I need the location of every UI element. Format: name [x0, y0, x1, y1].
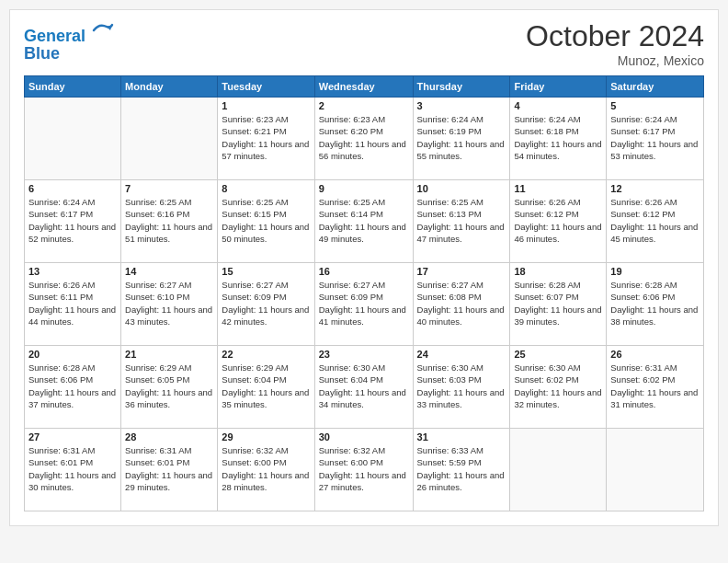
day-info: Sunrise: 6:24 AM Sunset: 6:17 PM Dayligh… — [28, 196, 117, 245]
day-info: Sunrise: 6:30 AM Sunset: 6:03 PM Dayligh… — [417, 362, 506, 410]
day-info: Sunrise: 6:25 AM Sunset: 6:13 PM Dayligh… — [417, 196, 506, 245]
logo-icon — [92, 19, 114, 41]
calendar-cell: 18Sunrise: 6:28 AM Sunset: 6:07 PM Dayli… — [510, 263, 607, 346]
day-number: 29 — [222, 431, 310, 442]
day-info: Sunrise: 6:25 AM Sunset: 6:16 PM Dayligh… — [125, 196, 213, 245]
calendar-cell — [121, 98, 218, 180]
calendar-cell: 16Sunrise: 6:27 AM Sunset: 6:09 PM Dayli… — [314, 263, 413, 346]
calendar-cell: 11Sunrise: 6:26 AM Sunset: 6:12 PM Dayli… — [510, 180, 607, 263]
calendar-cell: 20Sunrise: 6:28 AM Sunset: 6:06 PM Dayli… — [25, 346, 121, 429]
calendar-cell: 14Sunrise: 6:27 AM Sunset: 6:10 PM Dayli… — [121, 263, 218, 346]
calendar-cell: 25Sunrise: 6:30 AM Sunset: 6:02 PM Dayli… — [510, 346, 607, 429]
day-number: 25 — [514, 349, 602, 360]
day-number: 9 — [319, 183, 409, 194]
logo-text: General — [24, 19, 114, 46]
weekday-header-thursday: Thursday — [413, 76, 510, 98]
day-number: 23 — [319, 349, 409, 360]
day-number: 26 — [610, 349, 700, 360]
day-info: Sunrise: 6:32 AM Sunset: 6:00 PM Dayligh… — [319, 444, 409, 493]
calendar-cell: 26Sunrise: 6:31 AM Sunset: 6:02 PM Dayli… — [607, 346, 704, 429]
calendar-cell: 3Sunrise: 6:24 AM Sunset: 6:19 PM Daylig… — [413, 98, 510, 180]
calendar-cell: 5Sunrise: 6:24 AM Sunset: 6:17 PM Daylig… — [607, 98, 704, 180]
day-info: Sunrise: 6:26 AM Sunset: 6:11 PM Dayligh… — [28, 279, 117, 327]
day-info: Sunrise: 6:27 AM Sunset: 6:09 PM Dayligh… — [319, 279, 409, 327]
day-info: Sunrise: 6:28 AM Sunset: 6:06 PM Dayligh… — [28, 362, 117, 410]
day-info: Sunrise: 6:27 AM Sunset: 6:08 PM Dayligh… — [417, 279, 506, 327]
weekday-header-tuesday: Tuesday — [218, 76, 314, 98]
calendar-cell: 22Sunrise: 6:29 AM Sunset: 6:04 PM Dayli… — [218, 346, 314, 429]
day-info: Sunrise: 6:26 AM Sunset: 6:12 PM Dayligh… — [610, 196, 700, 245]
day-info: Sunrise: 6:31 AM Sunset: 6:01 PM Dayligh… — [28, 444, 117, 493]
day-number: 22 — [222, 349, 310, 360]
calendar-cell: 1Sunrise: 6:23 AM Sunset: 6:21 PM Daylig… — [218, 98, 314, 180]
day-info: Sunrise: 6:23 AM Sunset: 6:21 PM Dayligh… — [222, 113, 310, 162]
logo: General Blue — [24, 19, 114, 63]
calendar-cell — [510, 429, 607, 511]
calendar-cell: 24Sunrise: 6:30 AM Sunset: 6:03 PM Dayli… — [413, 346, 510, 429]
calendar-week-3: 13Sunrise: 6:26 AM Sunset: 6:11 PM Dayli… — [25, 263, 704, 346]
calendar-cell: 7Sunrise: 6:25 AM Sunset: 6:16 PM Daylig… — [121, 180, 218, 263]
day-info: Sunrise: 6:26 AM Sunset: 6:12 PM Dayligh… — [514, 196, 602, 245]
day-number: 8 — [222, 183, 310, 194]
calendar-table: SundayMondayTuesdayWednesdayThursdayFrid… — [24, 75, 704, 511]
day-info: Sunrise: 6:24 AM Sunset: 6:17 PM Dayligh… — [610, 113, 700, 162]
day-number: 16 — [319, 266, 409, 277]
day-number: 15 — [222, 266, 310, 277]
header: General Blue October 2024 Munoz, Mexico — [24, 19, 704, 68]
day-info: Sunrise: 6:30 AM Sunset: 6:04 PM Dayligh… — [319, 362, 409, 410]
weekday-header-row: SundayMondayTuesdayWednesdayThursdayFrid… — [25, 76, 704, 98]
day-info: Sunrise: 6:25 AM Sunset: 6:15 PM Dayligh… — [222, 196, 310, 245]
logo-general: General — [24, 27, 85, 45]
day-number: 3 — [417, 100, 506, 111]
calendar-cell: 30Sunrise: 6:32 AM Sunset: 6:00 PM Dayli… — [314, 429, 413, 511]
day-number: 19 — [610, 266, 700, 277]
day-info: Sunrise: 6:30 AM Sunset: 6:02 PM Dayligh… — [514, 362, 602, 410]
day-number: 7 — [125, 183, 213, 194]
title-block: October 2024 Munoz, Mexico — [526, 19, 704, 68]
weekday-header-friday: Friday — [510, 76, 607, 98]
day-info: Sunrise: 6:29 AM Sunset: 6:05 PM Dayligh… — [125, 362, 213, 410]
page: General Blue October 2024 Munoz, Mexico … — [9, 9, 719, 526]
day-info: Sunrise: 6:31 AM Sunset: 6:01 PM Dayligh… — [125, 444, 213, 493]
day-info: Sunrise: 6:24 AM Sunset: 6:19 PM Dayligh… — [417, 113, 506, 162]
day-number: 13 — [28, 266, 117, 277]
day-number: 6 — [28, 183, 117, 194]
calendar-cell: 12Sunrise: 6:26 AM Sunset: 6:12 PM Dayli… — [607, 180, 704, 263]
calendar-cell — [607, 429, 704, 511]
calendar-cell: 17Sunrise: 6:27 AM Sunset: 6:08 PM Dayli… — [413, 263, 510, 346]
location: Munoz, Mexico — [526, 53, 704, 68]
day-number: 10 — [417, 183, 506, 194]
calendar-cell: 23Sunrise: 6:30 AM Sunset: 6:04 PM Dayli… — [314, 346, 413, 429]
calendar-cell: 27Sunrise: 6:31 AM Sunset: 6:01 PM Dayli… — [25, 429, 121, 511]
day-number: 14 — [125, 266, 213, 277]
calendar-cell: 31Sunrise: 6:33 AM Sunset: 5:59 PM Dayli… — [413, 429, 510, 511]
calendar-cell: 2Sunrise: 6:23 AM Sunset: 6:20 PM Daylig… — [314, 98, 413, 180]
day-number: 18 — [514, 266, 602, 277]
day-info: Sunrise: 6:23 AM Sunset: 6:20 PM Dayligh… — [319, 113, 409, 162]
calendar-week-4: 20Sunrise: 6:28 AM Sunset: 6:06 PM Dayli… — [25, 346, 704, 429]
calendar-cell: 15Sunrise: 6:27 AM Sunset: 6:09 PM Dayli… — [218, 263, 314, 346]
day-info: Sunrise: 6:28 AM Sunset: 6:06 PM Dayligh… — [610, 279, 700, 327]
calendar-cell: 29Sunrise: 6:32 AM Sunset: 6:00 PM Dayli… — [218, 429, 314, 511]
calendar-cell: 13Sunrise: 6:26 AM Sunset: 6:11 PM Dayli… — [25, 263, 121, 346]
calendar-cell: 6Sunrise: 6:24 AM Sunset: 6:17 PM Daylig… — [25, 180, 121, 263]
calendar-cell: 19Sunrise: 6:28 AM Sunset: 6:06 PM Dayli… — [607, 263, 704, 346]
day-number: 24 — [417, 349, 506, 360]
weekday-header-wednesday: Wednesday — [314, 76, 413, 98]
weekday-header-monday: Monday — [121, 76, 218, 98]
day-number: 30 — [319, 431, 409, 442]
logo-blue: Blue — [24, 44, 114, 63]
day-info: Sunrise: 6:27 AM Sunset: 6:10 PM Dayligh… — [125, 279, 213, 327]
calendar-week-5: 27Sunrise: 6:31 AM Sunset: 6:01 PM Dayli… — [25, 429, 704, 511]
day-info: Sunrise: 6:27 AM Sunset: 6:09 PM Dayligh… — [222, 279, 310, 327]
calendar-cell: 10Sunrise: 6:25 AM Sunset: 6:13 PM Dayli… — [413, 180, 510, 263]
day-info: Sunrise: 6:25 AM Sunset: 6:14 PM Dayligh… — [319, 196, 409, 245]
calendar-week-2: 6Sunrise: 6:24 AM Sunset: 6:17 PM Daylig… — [25, 180, 704, 263]
day-info: Sunrise: 6:29 AM Sunset: 6:04 PM Dayligh… — [222, 362, 310, 410]
day-number: 21 — [125, 349, 213, 360]
calendar-cell: 8Sunrise: 6:25 AM Sunset: 6:15 PM Daylig… — [218, 180, 314, 263]
day-info: Sunrise: 6:28 AM Sunset: 6:07 PM Dayligh… — [514, 279, 602, 327]
calendar-cell: 4Sunrise: 6:24 AM Sunset: 6:18 PM Daylig… — [510, 98, 607, 180]
day-number: 27 — [28, 431, 117, 442]
day-number: 20 — [28, 349, 117, 360]
